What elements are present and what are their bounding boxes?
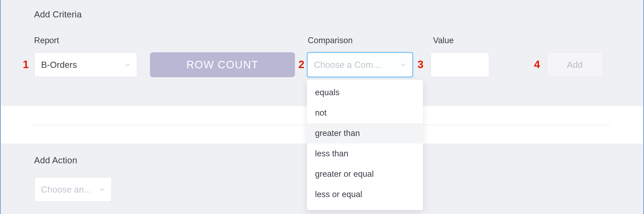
- report-select-value: B-Orders: [41, 60, 77, 70]
- callout-4: 4: [534, 58, 540, 71]
- value-field-label: Value: [433, 36, 454, 45]
- comparison-option[interactable]: greater or equal: [307, 164, 423, 184]
- callout-3: 3: [418, 58, 423, 71]
- comparison-select[interactable]: Choose a Com...: [307, 52, 413, 77]
- comparison-option[interactable]: less than: [307, 143, 423, 164]
- report-select[interactable]: B-Orders: [34, 52, 137, 77]
- callout-2: 2: [298, 58, 304, 71]
- comparison-select-placeholder: Choose a Com...: [314, 60, 380, 70]
- row-count-badge: ROW COUNT: [150, 52, 295, 77]
- action-select-placeholder: Choose an...: [41, 185, 91, 195]
- chevron-down-icon: [98, 186, 105, 193]
- criteria-panel: Add Criteria Report Comparison Value B-O…: [0, 0, 644, 214]
- add-criteria-title: Add Criteria: [34, 9, 82, 20]
- chevron-down-icon: [124, 61, 131, 68]
- value-input[interactable]: [430, 52, 489, 77]
- comparison-option[interactable]: not: [307, 103, 423, 123]
- comparison-dropdown: equalsnotgreater thanless thangreater or…: [307, 80, 423, 210]
- comparison-option[interactable]: greater than: [307, 123, 423, 143]
- action-select[interactable]: Choose an...: [34, 177, 112, 202]
- comparison-field-label: Comparison: [308, 36, 353, 45]
- add-action-title: Add Action: [34, 155, 77, 165]
- report-field-label: Report: [34, 36, 59, 45]
- comparison-option[interactable]: equals: [307, 82, 423, 103]
- comparison-option[interactable]: less or equal: [307, 184, 423, 205]
- chevron-down-icon: [400, 61, 407, 68]
- add-button-label: Add: [567, 60, 583, 70]
- callout-1: 1: [23, 58, 29, 71]
- add-button[interactable]: Add: [547, 52, 603, 77]
- row-count-label: ROW COUNT: [186, 59, 258, 71]
